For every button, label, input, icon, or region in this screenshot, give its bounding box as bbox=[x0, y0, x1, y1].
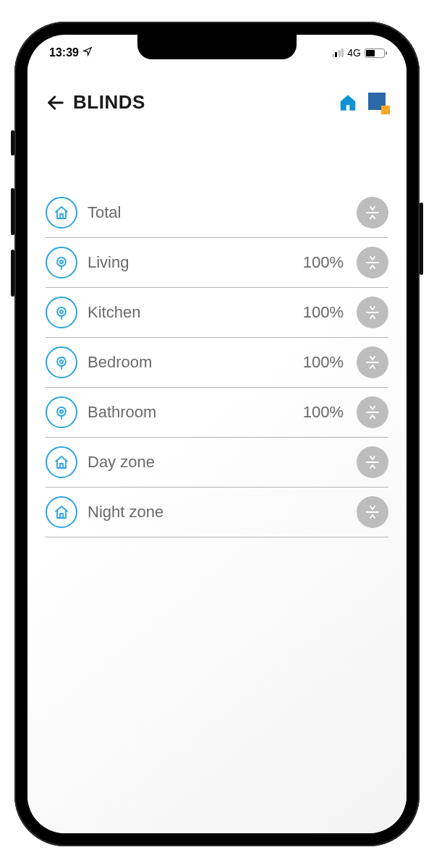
blind-icon bbox=[46, 297, 77, 328]
phone-side-button bbox=[11, 250, 14, 297]
collapse-action-button[interactable] bbox=[357, 297, 388, 328]
zone-home-icon bbox=[46, 446, 77, 478]
svg-point-9 bbox=[60, 360, 63, 363]
content: BLINDS TotalLiving100%Kitchen100 bbox=[27, 64, 407, 833]
brand-logo-icon bbox=[368, 93, 388, 113]
back-button[interactable] bbox=[46, 93, 66, 113]
svg-point-2 bbox=[57, 258, 66, 266]
collapse-action-button[interactable] bbox=[357, 247, 388, 278]
list-item-label: Bathroom bbox=[88, 403, 293, 422]
list-item-label: Kitchen bbox=[88, 303, 293, 322]
header-left: BLINDS bbox=[46, 91, 145, 114]
collapse-action-button[interactable] bbox=[357, 396, 388, 428]
status-time: 13:39 bbox=[49, 46, 79, 59]
status-right: 4G bbox=[332, 47, 385, 59]
zone-home-icon bbox=[46, 197, 77, 229]
svg-point-8 bbox=[57, 357, 66, 366]
list-item[interactable]: Bathroom100% bbox=[46, 388, 388, 438]
list-item[interactable]: Bedroom100% bbox=[46, 338, 388, 388]
collapse-action-button[interactable] bbox=[357, 496, 388, 528]
list-item-value: 100% bbox=[303, 253, 344, 272]
signal-icon bbox=[332, 48, 344, 57]
phone-side-button bbox=[11, 130, 14, 156]
list-item[interactable]: Night zone bbox=[46, 488, 388, 537]
svg-point-5 bbox=[57, 307, 66, 316]
phone-side-button bbox=[11, 188, 14, 235]
phone-side-button bbox=[420, 203, 423, 275]
svg-point-12 bbox=[60, 410, 63, 413]
list-item-label: Living bbox=[88, 253, 293, 272]
svg-point-3 bbox=[60, 260, 63, 263]
battery-icon bbox=[365, 48, 385, 58]
list-item-label: Bedroom bbox=[88, 353, 293, 372]
collapse-action-button[interactable] bbox=[357, 346, 388, 378]
list-item[interactable]: Living100% bbox=[46, 238, 388, 288]
screen: 13:39 4G bbox=[27, 35, 407, 833]
blind-icon bbox=[46, 247, 77, 278]
blind-icon bbox=[46, 346, 77, 378]
list-item-value: 100% bbox=[303, 303, 344, 322]
list-item[interactable]: Day zone bbox=[46, 438, 388, 488]
list-item[interactable]: Kitchen100% bbox=[46, 288, 388, 338]
collapse-action-button[interactable] bbox=[357, 446, 388, 478]
list-item-value: 100% bbox=[303, 353, 344, 372]
list-item-label: Day zone bbox=[88, 453, 346, 472]
network-label: 4G bbox=[347, 47, 361, 59]
svg-point-11 bbox=[57, 407, 66, 416]
header: BLINDS bbox=[46, 78, 388, 119]
home-button[interactable] bbox=[338, 93, 358, 111]
page-title: BLINDS bbox=[73, 91, 145, 114]
status-left: 13:39 bbox=[49, 46, 93, 59]
svg-point-6 bbox=[60, 310, 63, 313]
collapse-action-button[interactable] bbox=[357, 197, 388, 229]
list-item-label: Night zone bbox=[88, 503, 346, 522]
blinds-list: TotalLiving100%Kitchen100%Bedroom100%Bat… bbox=[46, 188, 388, 537]
blind-icon bbox=[46, 396, 77, 428]
header-right bbox=[338, 93, 388, 113]
phone-notch bbox=[137, 35, 297, 59]
list-item[interactable]: Total bbox=[46, 188, 388, 238]
zone-home-icon bbox=[46, 496, 77, 528]
phone-frame: 13:39 4G bbox=[14, 22, 420, 846]
location-icon bbox=[82, 46, 93, 59]
list-item-value: 100% bbox=[303, 403, 344, 422]
list-item-label: Total bbox=[88, 203, 346, 222]
